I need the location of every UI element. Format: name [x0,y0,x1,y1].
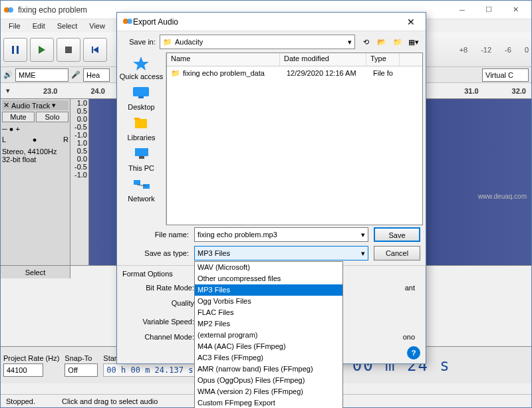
dialog-close-button[interactable]: ✕ [402,13,420,31]
svg-point-9 [127,19,132,24]
project-rate-combo[interactable]: 44100 [3,363,43,377]
menu-select[interactable]: Select [52,21,83,31]
dialog-title: Export Audio [133,17,402,27]
col-name[interactable]: Name [167,53,280,66]
savetype-option[interactable]: Other uncompressed files [195,273,342,284]
watermark: www.deuaq.com [478,193,527,200]
mic-icon: 🎤 [71,70,80,79]
savetype-option[interactable]: WAV (Microsoft) [195,262,342,273]
savetype-option[interactable]: (external program) [195,330,342,341]
folder-icon: 📁 [163,38,172,47]
col-type[interactable]: Type [366,53,400,66]
savetype-option[interactable]: Opus (OggOpus) Files (FFmpeg) [195,375,342,386]
quality-label: Quality [128,299,194,307]
filename-label: File name: [122,231,189,239]
amplitude-scale: 1.00.50.0-0.5-1.0 1.00.50.0-0.5-1.0 [70,99,89,265]
svg-marker-10 [133,56,149,70]
solo-button[interactable]: Solo [36,112,68,122]
savetype-option[interactable]: M4A (AAC) Files (FFmpeg) [195,341,342,352]
cancel-button[interactable]: Cancel [374,246,420,260]
col-date[interactable]: Date modified [280,53,366,66]
track-control-panel[interactable]: ✕ Audio Track ▾ MuteSolo ─ ● + L●R Stere… [1,99,70,265]
svg-rect-13 [135,119,147,128]
places-bar: Quick access Desktop Libraries This PC N… [117,52,166,225]
select-button[interactable]: Select [1,266,70,278]
place-desktop[interactable]: Desktop [128,86,154,111]
savetype-option[interactable]: MP3 Files [195,284,342,296]
app-icon [3,5,14,15]
savetype-option[interactable]: Ogg Vorbis Files [195,296,342,307]
track-bitdepth: 32-bit float [2,155,68,163]
svg-rect-15 [135,148,148,156]
svg-rect-3 [17,46,19,54]
channel-label: Channel Mode: [128,333,194,341]
pause-button[interactable] [3,38,27,62]
up-icon[interactable]: 📂 [375,35,388,49]
dialog-titlebar: Export Audio ✕ [117,13,426,31]
svg-rect-6 [92,47,93,53]
place-quick-access[interactable]: Quick access [120,55,163,80]
savetype-option[interactable]: AC3 Files (FFmpeg) [195,352,342,363]
svg-rect-5 [65,47,72,53]
play-button[interactable] [30,38,54,62]
menu-view[interactable]: View [84,21,110,31]
folder-icon: 📁 [171,69,180,78]
svg-point-1 [8,7,13,13]
rec-device-combo[interactable]: Hea [83,68,110,82]
mute-button[interactable]: Mute [2,112,35,122]
svg-rect-18 [143,184,150,189]
filename-input[interactable]: fixing echo problem.mp3▾ [194,227,368,242]
menu-edit[interactable]: Edit [27,21,51,31]
savetype-option[interactable]: Custom FFmpeg Export [195,397,342,408]
place-network[interactable]: Network [128,177,154,203]
savetype-option[interactable]: FLAC Files [195,307,342,318]
view-menu-icon[interactable]: ▦▾ [407,35,420,49]
place-libraries[interactable]: Libraries [127,116,155,142]
svg-rect-14 [134,118,140,120]
new-folder-icon[interactable]: 📁 [391,35,404,49]
close-button[interactable]: ✕ [502,1,529,19]
svg-rect-11 [133,87,149,96]
project-rate-label: Project Rate (Hz) [3,354,59,362]
db-meter-ticks: +8-12-60 [460,46,529,54]
save-in-combo[interactable]: 📁 Audacity ▾ [160,35,355,49]
save-in-label: Save in: [122,38,156,46]
snap-label: Snap-To [65,354,98,362]
selection-start[interactable]: 00 h 00 m 24.137 s [103,363,196,377]
savetype-dropdown[interactable]: WAV (Microsoft) Other uncompressed files… [194,261,343,408]
file-list-headers[interactable]: Name Date modified Type [167,53,422,66]
savetype-option[interactable]: WMA (version 2) Files (FFmpeg) [195,386,342,397]
maximize-button[interactable]: ☐ [475,1,502,19]
bitrate-label: Bit Rate Mode: [128,284,194,292]
file-list[interactable]: Name Date modified Type 📁 fixing echo pr… [166,52,423,225]
menu-file[interactable]: File [3,21,26,31]
snap-combo[interactable]: Off [65,363,98,377]
track-close-icon[interactable]: ✕ [3,101,9,110]
export-audio-dialog: Export Audio ✕ Save in: 📁 Audacity ▾ ⟲ 📂… [116,12,426,364]
status-state: Stopped. [6,397,35,405]
savetype-combo[interactable]: MP3 Files▾ WAV (Microsoft) Other uncompr… [194,246,368,260]
svg-rect-16 [139,156,144,159]
play-device-combo[interactable]: Virtual C [482,68,529,82]
back-icon[interactable]: ⟲ [359,35,372,49]
svg-rect-2 [12,46,14,54]
svg-marker-7 [93,47,98,53]
svg-marker-4 [39,46,45,54]
cursor-marker: ▾ [6,86,10,95]
varspeed-label: Variable Speed: [128,318,194,326]
save-button[interactable]: Save [374,227,420,242]
savetype-option[interactable]: AMR (narrow band) Files (FFmpeg) [195,363,342,375]
help-button[interactable]: ? [407,346,420,359]
savetype-label: Save as type: [122,249,189,257]
stop-button[interactable] [57,38,80,62]
status-hint: Click and drag to select audio [62,397,158,405]
skip-start-button[interactable] [83,38,107,62]
place-this-pc[interactable]: This PC [128,147,154,172]
host-api-combo[interactable]: MME [15,68,68,82]
host-icon: 🔊 [3,70,13,79]
track-format: Stereo, 44100Hz [2,148,68,155]
minimize-button[interactable]: ─ [449,1,475,19]
track-name[interactable]: Audio Track [11,102,50,110]
savetype-option[interactable]: MP2 Files [195,318,342,330]
file-row[interactable]: 📁 fixing echo problem_data 12/29/2020 12… [167,66,422,80]
